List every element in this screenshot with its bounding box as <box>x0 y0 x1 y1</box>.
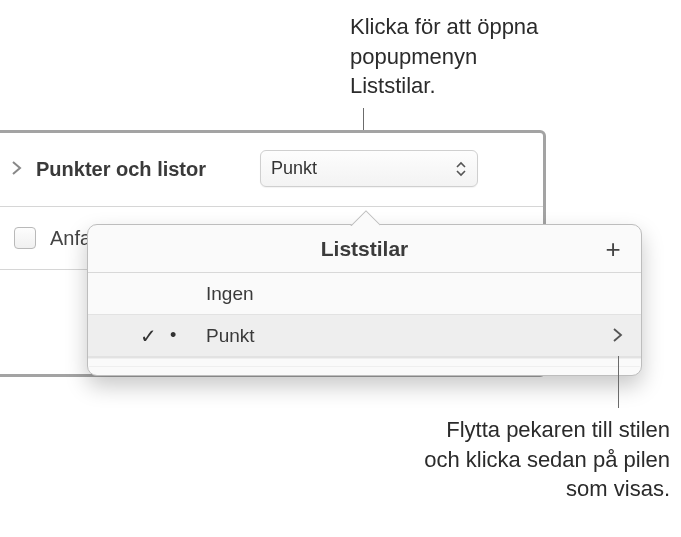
callout-bottom-text: Flytta pekaren till stilen och klicka se… <box>0 415 670 504</box>
bullets-and-lists-label: Punkter och listor <box>36 158 206 181</box>
list-styles-popover: Liststilar + Ingen ✓ • Punkt <box>87 224 642 376</box>
plus-icon: + <box>605 234 620 265</box>
callout-leader-bottom <box>618 356 619 408</box>
popover-title: Liststilar <box>321 237 409 261</box>
list-overflow-indicator <box>88 357 641 372</box>
list-style-option-none[interactable]: Ingen <box>88 273 641 315</box>
bullet-icon: • <box>170 325 176 346</box>
add-style-button[interactable]: + <box>599 235 627 263</box>
popover-pointer <box>350 210 380 226</box>
list-style-popup-button[interactable]: Punkt <box>260 150 478 187</box>
list-style-option-bullet[interactable]: ✓ • Punkt <box>88 315 641 357</box>
bullets-and-lists-row: Punkter och listor Punkt <box>0 133 543 207</box>
drop-cap-checkbox[interactable] <box>14 227 36 249</box>
list-style-option-label: Ingen <box>206 283 254 305</box>
list-styles-list: Ingen ✓ • Punkt <box>88 273 641 372</box>
check-icon: ✓ <box>140 324 157 348</box>
callout-top-text: Klicka för att öppna popupmenyn Liststil… <box>350 12 538 101</box>
chevron-right-icon[interactable] <box>6 159 26 180</box>
up-down-chevrons-icon <box>455 161 467 177</box>
list-style-popup-value: Punkt <box>271 158 455 179</box>
callout-top: Klicka för att öppna popupmenyn Liststil… <box>350 12 538 101</box>
chevron-right-icon[interactable] <box>612 323 623 349</box>
list-style-option-label: Punkt <box>206 325 255 347</box>
callout-bottom: Flytta pekaren till stilen och klicka se… <box>0 415 670 504</box>
popover-header: Liststilar + <box>88 225 641 273</box>
drop-cap-label: Anfa <box>50 227 91 250</box>
